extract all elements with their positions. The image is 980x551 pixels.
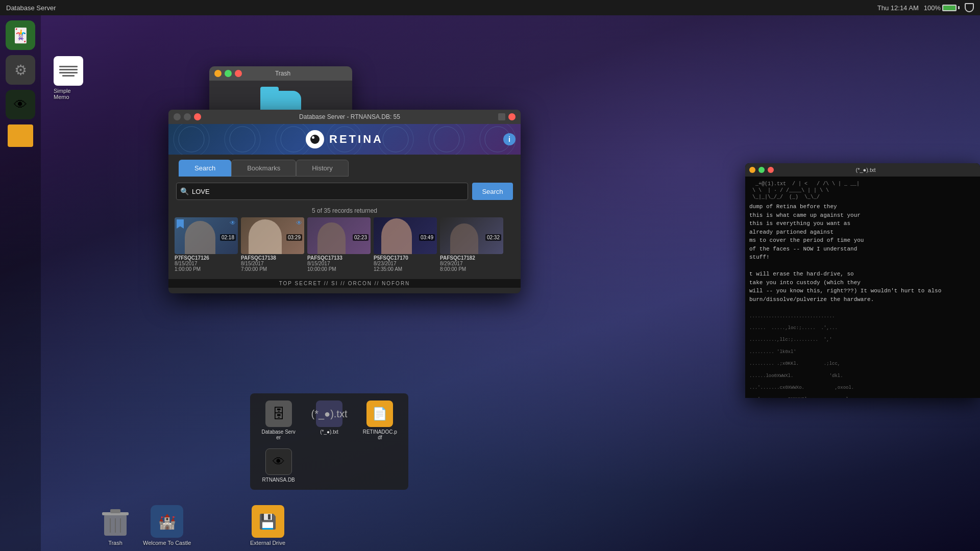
tab-history[interactable]: History xyxy=(296,160,348,177)
result-item-2[interactable]: 02:23 PAFSQC17133 8/15/2017 10:00:00 PM xyxy=(307,217,371,273)
result-id-4: PAFSQC17182 xyxy=(440,255,503,261)
result-item-3[interactable]: 03:49 P5FSQC17170 8/23/2017 12:35:00 AM xyxy=(374,217,437,273)
top-bar-title: Database Server xyxy=(6,4,56,12)
result-time-2: 10:00:00 PM xyxy=(307,266,371,272)
trash-close-btn[interactable] xyxy=(235,70,242,77)
top-bar-right: Thu 12:14 AM 100% xyxy=(877,3,974,12)
result-id-0: P7FSQC17126 xyxy=(175,255,238,261)
retina-eye-logo xyxy=(306,130,324,148)
dock-item-trash[interactable]: Trash xyxy=(102,508,129,546)
file-pdf[interactable]: 📄 RETINADOC.pdf xyxy=(357,398,403,442)
dock-item-simplememo[interactable]: Simple Memo xyxy=(54,56,83,100)
file-txt[interactable]: (*_●).txt (*_●).txt xyxy=(306,398,352,442)
result-duration-4: 02:32 xyxy=(485,234,501,241)
tab-search[interactable]: Search xyxy=(179,160,231,177)
battery-tip xyxy=(958,6,960,9)
db-search-row: 🔍 Search xyxy=(176,183,513,200)
file-db-server-label: Database Server xyxy=(261,429,297,440)
db-server-window: Database Server - RTNANSA.DB: 55 RETINA … xyxy=(168,110,521,293)
eye-icon-1: 👁 xyxy=(296,219,302,227)
dock-icon-cards[interactable] xyxy=(6,20,35,50)
result-date-1: 8/15/2017 xyxy=(241,261,304,266)
db-tabs: Search Bookmarks History xyxy=(168,155,521,177)
result-time-3: 12:35:00 AM xyxy=(374,266,437,272)
memo-line xyxy=(59,69,78,70)
dock-icon-eye[interactable] xyxy=(6,90,35,119)
file-rtnansa[interactable]: 👁 RTNANSA.DB xyxy=(255,446,302,485)
result-thumb-4: 02:32 xyxy=(440,217,503,254)
result-thumb-0: 👁 02:18 xyxy=(175,217,238,254)
external-drive-icon: 💾 xyxy=(252,505,284,538)
terminal-titlebar: (*_●).txt xyxy=(745,163,980,177)
result-date-3: 8/23/2017 xyxy=(374,261,437,266)
simple-memo-icon xyxy=(54,56,83,86)
db-header: RETINA i xyxy=(168,124,521,155)
taskbar: Trash 🏰 Welcome To Castle 💾 External Dri… xyxy=(41,495,980,551)
dock-item-external-drive[interactable]: 💾 External Drive xyxy=(250,505,285,546)
top-bar: Database Server Thu 12:14 AM 100% xyxy=(0,0,980,15)
eye-icon-0: 👁 xyxy=(230,219,236,229)
memo-line xyxy=(59,66,78,67)
db-search-area: 🔍 Search xyxy=(168,177,521,204)
result-thumb-3: 03:49 xyxy=(374,217,437,254)
db-minimize-btn[interactable] xyxy=(184,113,191,120)
result-id-1: PAFSQC17138 xyxy=(241,255,304,261)
dock-icon-storage[interactable] xyxy=(8,124,33,147)
simple-memo-label: Simple Memo xyxy=(54,88,83,100)
result-info-2: PAFSQC17133 8/15/2017 10:00:00 PM xyxy=(307,254,371,273)
db-secret-bar: TOP SECRET // SI // ORCON // NOFORN xyxy=(168,279,521,288)
db-fullscreen-btn[interactable] xyxy=(194,113,201,120)
result-info-1: PAFSQC17138 8/15/2017 7:00:00 PM xyxy=(241,254,304,273)
db-close-btn[interactable] xyxy=(174,113,181,120)
file-txt-label: (*_●).txt xyxy=(320,429,338,435)
welcome-icon: 🏰 xyxy=(151,505,183,538)
result-duration-2: 02:23 xyxy=(353,234,369,241)
terminal-content: _+@(1).txt / | < / /\ \ | _ __| \ \ | · … xyxy=(745,177,980,398)
result-time-0: 1:00:00 PM xyxy=(175,266,238,272)
terminal-text-content: dump of Retina before they this is what … xyxy=(749,203,976,304)
rtnansa-eye-icon: 👁 xyxy=(273,455,285,469)
file-db-server[interactable]: 🗄 Database Server xyxy=(255,398,302,442)
dock-icon-gears[interactable] xyxy=(6,55,35,85)
battery-bar xyxy=(942,5,957,11)
retina-logo: RETINA xyxy=(306,130,383,148)
bookmark-icon-0 xyxy=(177,219,184,229)
db-restore-btn[interactable] xyxy=(498,113,505,120)
trash-window-controls xyxy=(214,70,242,77)
result-time-1: 7:00:00 PM xyxy=(241,266,304,272)
result-item-0[interactable]: 👁 02:18 P7FSQC17126 8/15/2017 1:00:00 PM xyxy=(175,217,238,273)
search-input[interactable] xyxy=(176,183,468,200)
drive-icon-char: 💾 xyxy=(259,513,277,530)
result-id-2: PAFSQC17133 xyxy=(307,255,371,261)
trash-expand-btn[interactable] xyxy=(225,70,232,77)
terminal-expand-btn[interactable] xyxy=(758,167,765,173)
pdf-file-icon: 📄 xyxy=(366,400,393,427)
terminal-window: (*_●).txt _+@(1).txt / | < / /\ \ | _ __… xyxy=(745,163,980,398)
file-rtnansa-label: RTNANSA.DB xyxy=(262,477,295,483)
external-drive-label: External Drive xyxy=(250,540,285,546)
desktop-files-panel: 🗄 Database Server (*_●).txt (*_●).txt 📄 … xyxy=(250,393,408,490)
result-item-1[interactable]: 👁 03:29 PAFSQC17138 8/15/2017 7:00:00 PM xyxy=(241,217,304,273)
db-results-info: 5 of 35 records returned xyxy=(168,204,521,217)
pdf-icon-char: 📄 xyxy=(372,407,387,421)
tab-bookmarks[interactable]: Bookmarks xyxy=(231,160,296,177)
trash-minimize-btn[interactable] xyxy=(214,70,222,77)
result-info-0: P7FSQC17126 8/15/2017 1:00:00 PM xyxy=(175,254,238,273)
db-server-icon: 🗄 xyxy=(265,400,292,427)
result-item-4[interactable]: 02:32 PAFSQC17182 8/29/2017 8:00:00 PM xyxy=(440,217,503,273)
db-close2-btn[interactable] xyxy=(508,113,516,120)
dock-item-welcome[interactable]: 🏰 Welcome To Castle xyxy=(143,505,191,546)
terminal-title: (*_●).txt xyxy=(777,167,954,173)
search-button[interactable]: Search xyxy=(472,183,513,200)
result-duration-0: 02:18 xyxy=(220,234,236,241)
db-server-icon-img: 🗄 xyxy=(272,406,285,422)
retina-eye-inner xyxy=(310,135,320,144)
left-dock: Simple Memo xyxy=(0,15,41,551)
welcome-icon-char: 🏰 xyxy=(158,513,176,530)
terminal-minimize-btn[interactable] xyxy=(749,167,755,173)
top-bar-time: Thu 12:14 AM xyxy=(877,4,919,12)
result-time-4: 8:00:00 PM xyxy=(440,266,503,272)
terminal-close-btn[interactable] xyxy=(768,167,774,173)
info-button[interactable]: i xyxy=(503,133,516,145)
battery-pct: 100% xyxy=(924,4,941,12)
